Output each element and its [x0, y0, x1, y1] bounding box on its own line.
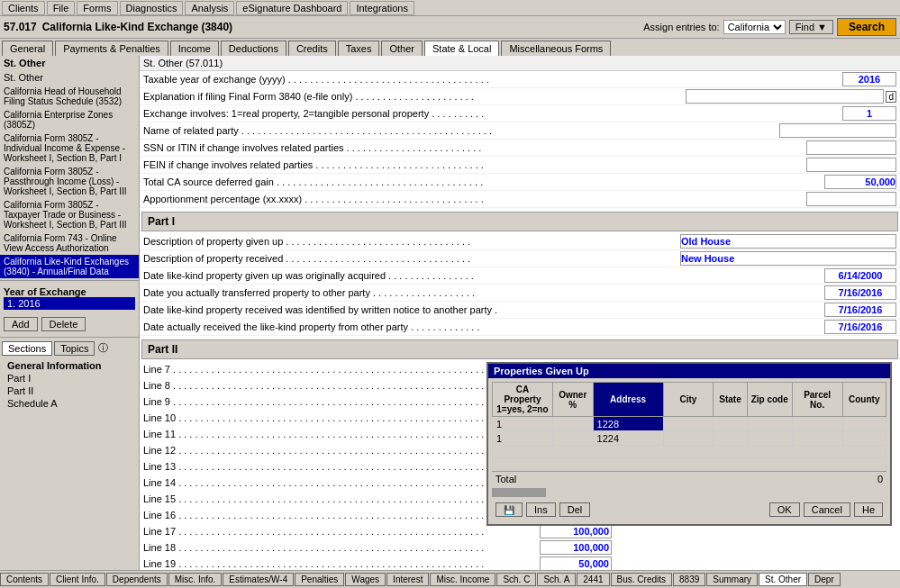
field-input-date-identified[interactable]	[824, 303, 896, 317]
popup-scrollbar[interactable]	[492, 488, 886, 497]
part1-label-3: Date you actually transferred property t…	[143, 287, 824, 298]
cell-address-input-0[interactable]	[597, 419, 651, 430]
bottom-tab-2441[interactable]: 2441	[577, 573, 609, 586]
bottom-tab-contents[interactable]: Contents	[0, 573, 49, 586]
bottom-tabs: Contents Client Info. Dependents Misc. I…	[0, 570, 900, 588]
assign-area: Assign entries to: California Find ▼ Sea…	[643, 18, 896, 36]
tab-state-local[interactable]: State & Local	[424, 41, 499, 56]
field-input-property-received[interactable]	[680, 251, 896, 266]
field-input-explanation[interactable]	[686, 89, 884, 104]
bottom-tab-dependents[interactable]: Dependents	[106, 573, 168, 586]
left-item-6[interactable]: California Form 743 - Online View Access…	[0, 231, 139, 255]
integrations-tab[interactable]: Integrations	[350, 1, 414, 15]
popup-floppy-icon[interactable]: 💾	[495, 502, 523, 517]
cell-state-1	[714, 431, 747, 446]
search-button[interactable]: Search	[837, 18, 896, 36]
form-title: California Like-Kind Exchange (3840)	[42, 21, 232, 33]
field-row-1: Explanation if filing Final Form 3840 (e…	[140, 88, 900, 105]
field-input-date-transferred[interactable]	[824, 285, 896, 300]
toolbar: Clients File Forms Diagnostics Analysis …	[0, 0, 900, 16]
diagnostics-tab[interactable]: Diagnostics	[120, 1, 184, 15]
topics-tab[interactable]: Topics	[54, 341, 95, 356]
cell-address-1[interactable]: 1224	[593, 431, 663, 446]
table-row-empty	[493, 446, 886, 458]
popup-help-button[interactable]: He	[854, 502, 883, 517]
left-item-3[interactable]: California Form 3805Z - Individual Incom…	[0, 131, 139, 165]
left-item-2[interactable]: California Enterprise Zones (3805Z)	[0, 108, 139, 131]
table-row[interactable]: 1	[493, 417, 886, 431]
bottom-tab-penalties[interactable]: Penalties	[295, 573, 344, 586]
add-del-row: Add Delete	[0, 313, 139, 335]
field-input-related-party[interactable]	[779, 123, 896, 138]
esignature-tab[interactable]: eSignature Dashboard	[236, 1, 348, 15]
bottom-tab-sch-c[interactable]: Sch. C	[496, 573, 536, 586]
popup-buttons: 💾 Ins Del OK Cancel He	[492, 499, 886, 520]
find-button[interactable]: Find ▼	[789, 20, 833, 34]
col-ca-property: CA Property 1=yes, 2=no	[493, 383, 553, 417]
bottom-tab-misc-info[interactable]: Misc. Info.	[168, 573, 223, 586]
field-input-exchange-type[interactable]	[842, 106, 896, 121]
nav-part-i[interactable]: Part I	[4, 372, 135, 384]
bottom-tab-depr[interactable]: Depr	[808, 573, 841, 586]
table-row[interactable]: 1 1224	[493, 431, 886, 446]
tab-general[interactable]: General	[2, 41, 53, 56]
field-input-apportionment[interactable]	[806, 192, 896, 206]
bottom-tab-8839[interactable]: 8839	[673, 573, 705, 586]
popup-ok-button[interactable]: OK	[769, 502, 800, 517]
field-input-deferred-gain[interactable]	[824, 175, 896, 189]
cell-zip-0	[747, 417, 792, 431]
tab-deductions[interactable]: Deductions	[221, 41, 286, 56]
part1-label-2: Date like-kind property given up was ori…	[143, 270, 824, 281]
popup-cancel-button[interactable]: Cancel	[804, 502, 850, 517]
field-input-property-given[interactable]	[680, 234, 896, 249]
field-row-5: FEIN if change involves related parties …	[140, 157, 900, 174]
field-row-0: Taxable year of exchange (yyyy) . . . . …	[140, 71, 900, 88]
nav-part-ii[interactable]: Part II	[4, 384, 135, 397]
tab-taxes[interactable]: Taxes	[338, 41, 380, 56]
tab-payments[interactable]: Payments & Penalties	[55, 41, 168, 56]
left-item-4[interactable]: California Form 3805Z - Passthrough Inco…	[0, 165, 139, 198]
tab-credits[interactable]: Credits	[288, 41, 336, 56]
cell-county-0	[842, 417, 886, 431]
field-input-fein[interactable]	[806, 158, 896, 172]
left-item-0[interactable]: St. Other	[0, 70, 139, 85]
bottom-tab-interest[interactable]: Interest	[386, 573, 429, 586]
left-item-1[interactable]: California Head of Household Filing Stat…	[0, 85, 139, 108]
field-input-taxable-year[interactable]	[842, 72, 896, 86]
bottom-tab-sch-a[interactable]: Sch. A	[537, 573, 576, 586]
field-input-date-acquired[interactable]	[824, 268, 896, 283]
nav-general-info[interactable]: General Information	[4, 359, 135, 372]
line-label-18: Line 18 . . . . . . . . . . . . . . . . …	[143, 542, 540, 553]
field-input-ssn[interactable]	[806, 140, 896, 155]
bottom-tab-estimates[interactable]: Estimates/W-4	[223, 573, 294, 586]
col-city: City	[663, 383, 714, 417]
nav-schedule-a[interactable]: Schedule A	[4, 397, 135, 410]
bottom-tab-st-other[interactable]: St. Other	[759, 573, 807, 586]
left-item-7[interactable]: California Like-Kind Exchanges (3840) - …	[0, 255, 139, 278]
sections-tab[interactable]: Sections	[2, 341, 52, 356]
analysis-tab[interactable]: Analysis	[185, 1, 234, 15]
bottom-tab-summary[interactable]: Summary	[706, 573, 758, 586]
tab-other[interactable]: Other	[381, 41, 423, 56]
popup-ins-button[interactable]: Ins	[526, 502, 556, 517]
line-label-10: Line 10 . . . . . . . . . . . . . . . . …	[143, 412, 540, 423]
year-item-2016[interactable]: 1. 2016	[4, 297, 135, 310]
popup-del-button[interactable]: Del	[559, 502, 591, 517]
forms-tab[interactable]: Forms	[77, 1, 117, 15]
bottom-tab-bus-credits[interactable]: Bus. Credits	[611, 573, 672, 586]
cell-address-0[interactable]	[593, 417, 663, 431]
field-input-date-received[interactable]	[824, 320, 896, 334]
assign-dropdown[interactable]: California	[723, 20, 786, 34]
add-button[interactable]: Add	[4, 317, 38, 331]
tab-income[interactable]: Income	[170, 41, 219, 56]
file-tab[interactable]: File	[47, 1, 76, 15]
clients-tab[interactable]: Clients	[2, 1, 45, 15]
bottom-tab-misc-income[interactable]: Misc. Income	[430, 573, 495, 586]
col-state: State	[714, 383, 747, 417]
bottom-tab-client-info[interactable]: Client Info.	[50, 573, 105, 586]
left-item-5[interactable]: California Form 3805Z - Taxpayer Trade o…	[0, 198, 139, 231]
line-label-7: Line 7 . . . . . . . . . . . . . . . . .…	[143, 364, 540, 375]
bottom-tab-wages[interactable]: Wages	[345, 573, 386, 586]
delete-button[interactable]: Delete	[41, 317, 86, 331]
tab-misc-forms[interactable]: Miscellaneous Forms	[501, 41, 611, 56]
